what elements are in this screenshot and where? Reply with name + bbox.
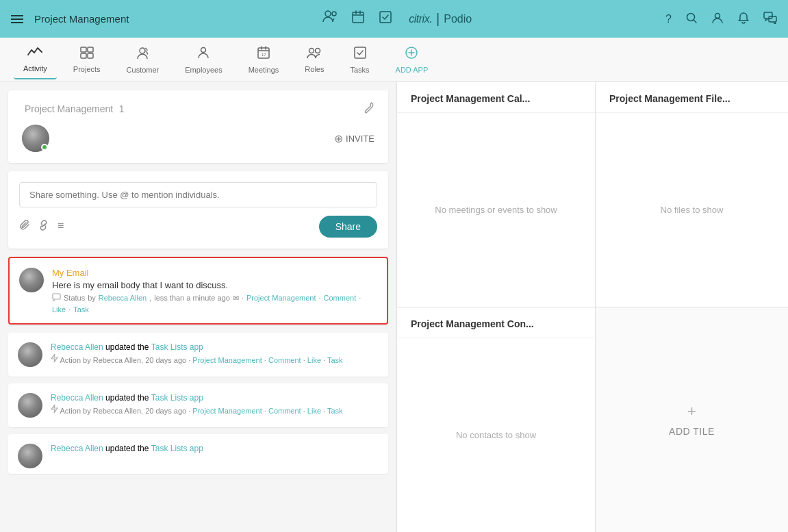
roles-icon (307, 47, 322, 62)
meta-dot: · (242, 294, 244, 302)
svg-rect-11 (88, 53, 93, 58)
menu-icon[interactable] (11, 15, 23, 23)
activity-icon (27, 46, 42, 62)
highlighted-avatar (19, 268, 44, 292)
user-icon[interactable] (711, 12, 724, 27)
activity-user-link-2[interactable]: Rebecca Allen (51, 393, 103, 403)
project-title: Project Management 1 (22, 103, 124, 115)
right-col-2: Project Management File... No files to s… (596, 82, 788, 532)
topbar-center: citrix. | Podio (322, 10, 472, 27)
project-header-card: Project Management 1 ⊕ INVITE (8, 90, 388, 163)
sidebar-item-activity[interactable]: Activity (14, 40, 57, 79)
svg-rect-2 (353, 12, 364, 23)
contacts-panel-title: Project Management Con... (397, 307, 595, 338)
meta-type: Status (64, 294, 85, 302)
check-topbar-icon[interactable] (379, 10, 392, 27)
svg-rect-10 (81, 53, 86, 58)
invite-button[interactable]: ⊕ INVITE (334, 132, 374, 145)
share-tools: ≡ (19, 220, 64, 233)
activity-app-link-3[interactable]: Task Lists app (151, 444, 203, 453)
search-icon[interactable] (685, 12, 698, 27)
nav-label-employees: Employees (185, 66, 222, 74)
projects-icon (80, 47, 94, 62)
wrench-icon[interactable] (362, 101, 374, 116)
add-tile-button[interactable]: + ADD TILE (596, 307, 788, 532)
sidebar-item-add-app[interactable]: ADD APP (386, 40, 438, 79)
svg-text:17: 17 (262, 53, 266, 57)
nav-label-meetings: Meetings (249, 66, 279, 74)
sidebar-item-projects[interactable]: Projects (64, 41, 110, 79)
activity-name-1: Rebecca Allen updated the Task Lists app (51, 342, 379, 352)
list-item: Rebecca Allen updated the Task Lists app (8, 434, 388, 474)
activity-sub-1: Action by Rebecca Allen, 20 days ago · P… (51, 353, 379, 364)
activity-user-link-3[interactable]: Rebecca Allen (51, 444, 103, 453)
tasks-icon (353, 46, 367, 63)
meetings-icon: 17 (257, 46, 270, 63)
people-icon[interactable] (322, 10, 338, 27)
meta-project-link[interactable]: Project Management (246, 294, 316, 302)
activity-app-link-1[interactable]: Task Lists app (151, 342, 203, 352)
sidebar-item-tasks[interactable]: Tasks (340, 40, 379, 79)
meta-comma: , (149, 294, 151, 302)
sidebar-item-employees[interactable]: Employees (175, 40, 231, 79)
help-icon[interactable]: ? (665, 13, 672, 25)
contacts-empty-text: No contacts to show (397, 338, 595, 532)
bolt-icon-1 (51, 356, 60, 364)
attach-icon[interactable] (19, 220, 30, 233)
files-panel-title: Project Management File... (596, 82, 788, 113)
main-content: Project Management 1 ⊕ INVITE (0, 82, 788, 532)
svg-point-13 (201, 47, 206, 52)
svg-point-16 (309, 48, 314, 53)
link-icon[interactable] (38, 220, 49, 233)
add-tile-icon: + (687, 403, 696, 420)
customer-icon (136, 46, 149, 63)
podio-logo: Podio (444, 13, 472, 25)
format-icon[interactable]: ≡ (58, 220, 64, 233)
employees-icon (196, 46, 210, 63)
calendar-panel: Project Management Cal... No meetings or… (397, 82, 595, 307)
list-item: Rebecca Allen updated the Task Lists app… (8, 333, 388, 377)
activity-meta: Status by Rebecca Allen , less than a mi… (52, 293, 377, 314)
activity-app-link-2[interactable]: Task Lists app (151, 393, 203, 403)
svg-point-5 (715, 13, 720, 18)
activity-user-link-1[interactable]: Rebecca Allen (51, 342, 103, 352)
meta-mail-icon: ✉ (233, 294, 239, 303)
sidebar-item-roles[interactable]: Roles (295, 41, 333, 79)
meta-author-link[interactable]: Rebecca Allen (99, 294, 147, 302)
activity-name-3: Rebecca Allen updated the Task Lists app (51, 444, 379, 453)
citrix-logo: citrix. (409, 13, 432, 25)
action-comment[interactable]: Comment (324, 294, 357, 302)
svg-rect-6 (764, 12, 772, 18)
activity-name-2: Rebecca Allen updated the Task Lists app (51, 393, 379, 403)
svg-rect-8 (81, 47, 86, 52)
chat-icon[interactable] (763, 12, 777, 27)
add-tile-label: ADD TILE (669, 426, 715, 437)
nav-label-tasks: Tasks (350, 66, 369, 74)
list-item: Rebecca Allen updated the Task Lists app… (8, 383, 388, 427)
sidebar-item-meetings[interactable]: 17 Meetings (239, 40, 289, 79)
activity-avatar-2 (18, 393, 42, 418)
sidebar-item-customer[interactable]: Customer (117, 40, 169, 79)
topbar-right: ? (665, 12, 777, 27)
action-task[interactable]: Task (73, 305, 89, 314)
navbar: Activity Projects Customer Employees 17 … (0, 38, 788, 82)
action-like[interactable]: Like (52, 305, 66, 314)
svg-point-17 (316, 48, 320, 53)
topbar-left: Project Management (11, 13, 129, 25)
right-panels: Project Management Cal... No meetings or… (397, 82, 788, 532)
files-empty-text: No files to show (596, 113, 788, 307)
topbar-icons-left (322, 10, 392, 27)
calendar-topbar-icon[interactable] (351, 10, 365, 27)
svg-rect-9 (88, 47, 93, 52)
nav-label-activity: Activity (23, 64, 47, 73)
files-panel: Project Management File... No files to s… (596, 82, 788, 307)
right-col-1: Project Management Cal... No meetings or… (397, 82, 596, 532)
activity-avatar-1 (18, 342, 42, 367)
bell-icon[interactable] (737, 12, 750, 27)
share-button[interactable]: Share (319, 216, 377, 238)
nav-label-projects: Projects (73, 65, 101, 73)
share-input[interactable] (19, 182, 377, 207)
svg-point-1 (332, 12, 336, 16)
svg-point-0 (325, 11, 331, 16)
nav-label-customer: Customer (127, 66, 160, 74)
